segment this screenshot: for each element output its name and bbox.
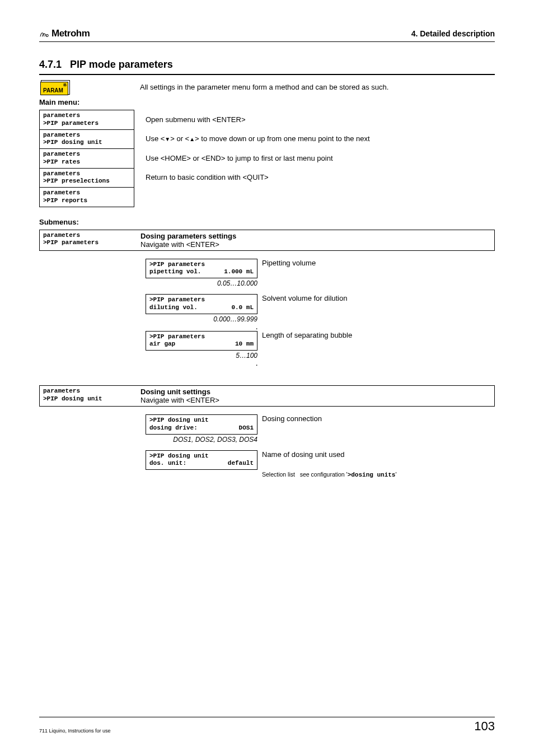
menu-line: >PIP dosing unit <box>43 139 130 147</box>
param-box: >PIP dosing unit dosing drive:DOS1 <box>146 414 257 435</box>
section-name: PIP mode parameters <box>70 59 173 70</box>
svg-point-0 <box>46 35 48 37</box>
arrow-down-icon <box>165 134 170 143</box>
menu-line: >PIP rates <box>43 158 130 166</box>
selection-note: Selection list see configuration '>dosin… <box>262 471 495 478</box>
menu-item: parameters >PIP reports <box>39 187 134 207</box>
param-box: >PIP parameters pipetting vol.1.000 mL <box>146 259 257 279</box>
param-range: 5…100 <box>146 352 257 360</box>
param-range: 0.05…10.000 <box>146 279 257 287</box>
param-line: >PIP parameters <box>149 261 254 269</box>
param-value: 0.0 mL <box>231 304 254 312</box>
brand-text: Metrohm <box>51 28 90 39</box>
menu-desc: Use <> or <> to move down or up from one… <box>146 129 495 149</box>
param-range: 0.000…99.999 <box>146 315 257 323</box>
page-number: 103 <box>474 719 495 734</box>
menu-item: parameters >PIP dosing unit <box>39 129 134 150</box>
param-label: diluting vol. <box>149 304 198 312</box>
submenu-left-line: >PIP dosing unit <box>43 395 132 403</box>
page-footer: 711 Liquino, Instructions for use 103 <box>39 717 495 734</box>
footer-doc-title: 711 Liquino, Instructions for use <box>39 728 111 734</box>
menu-desc: Return to basic condition with <QUIT> <box>146 168 495 188</box>
param-box: >PIP parameters air gap10 mm <box>146 331 257 351</box>
param-value: 10 mm <box>235 340 254 348</box>
submenu-header: parameters >PIP parameters Dosing parame… <box>39 230 495 251</box>
section-number: 4.7.1 <box>39 59 62 70</box>
param-value: DOS1 <box>239 424 254 432</box>
param-line: >PIP dosing unit <box>149 452 254 460</box>
param-line: >PIP dosing unit <box>149 417 254 424</box>
param-desc: Dosing connection <box>262 414 322 423</box>
main-menu-label: Main menu: <box>39 98 495 106</box>
page-header: Metrohm 4. Detailed description <box>39 28 495 42</box>
param-desc: Name of dosing unit used <box>262 450 344 459</box>
param-key: B PARAM <box>40 82 68 95</box>
param-desc: Length of separating bubble <box>262 331 352 339</box>
param-box: >PIP dosing unit dos. unit:default <box>146 450 257 470</box>
menu-desc <box>146 187 495 207</box>
menu-line: parameters <box>43 132 130 139</box>
param-key-corner: B <box>63 83 67 87</box>
submenu-title: Dosing parameters settings <box>140 232 489 240</box>
param-key-label: PARAM <box>43 87 63 94</box>
param-line: >PIP parameters <box>149 296 254 304</box>
menu-line: parameters <box>43 112 130 120</box>
menu-line: parameters <box>43 170 130 178</box>
menu-line: >PIP preselections <box>43 178 130 185</box>
section-title: 4.7.1 PIP mode parameters <box>39 59 495 75</box>
param-label: dosing drive: <box>149 424 198 432</box>
param-desc: Pipetting volume <box>262 259 316 267</box>
menu-desc: Open submenu with <ENTER> <box>146 110 495 129</box>
param-label: pipetting vol. <box>149 268 201 276</box>
param-value: 1.000 mL <box>224 268 254 276</box>
menu-line: parameters <box>43 189 130 197</box>
ellipsis-dots: . <box>146 325 257 330</box>
param-label: air gap <box>149 340 175 348</box>
menu-item: parameters >PIP parameters <box>39 110 134 130</box>
submenu-nav: Navigate with <ENTER> <box>140 396 489 404</box>
menu-line: >PIP parameters <box>43 120 130 128</box>
param-box: >PIP parameters diluting vol.0.0 mL <box>146 294 257 314</box>
menu-item: parameters >PIP rates <box>39 148 134 169</box>
submenu-left-line: parameters <box>43 388 132 395</box>
chapter-title: 4. Detailed description <box>411 29 495 38</box>
arrow-up-icon <box>189 134 195 143</box>
intro-text: All settings in the parameter menu form … <box>140 83 495 91</box>
submenus-label: Submenus: <box>39 218 495 226</box>
menu-desc: Use <HOME> or <END> to jump to first or … <box>146 148 495 168</box>
menu-line: parameters <box>43 151 130 158</box>
param-range: DOS1, DOS2, DOS3, DOS4 <box>146 436 257 444</box>
submenu-nav: Navigate with <ENTER> <box>140 240 489 249</box>
submenu-left-line: parameters <box>43 232 132 240</box>
metrohm-icon <box>39 30 49 38</box>
param-line: >PIP parameters <box>149 333 254 341</box>
menu-item: parameters >PIP preselections <box>39 168 134 188</box>
ellipsis-dots: . <box>146 362 257 366</box>
submenu-title: Dosing unit settings <box>140 388 489 396</box>
submenu-left-line: >PIP parameters <box>43 239 132 247</box>
param-desc: Solvent volume for dilution <box>262 294 347 302</box>
param-label: dos. unit: <box>149 460 186 468</box>
submenu-header: parameters >PIP dosing unit Dosing unit … <box>39 385 495 407</box>
param-value: default <box>228 460 254 468</box>
menu-line: >PIP reports <box>43 197 130 205</box>
brand-logo: Metrohm <box>39 28 90 39</box>
